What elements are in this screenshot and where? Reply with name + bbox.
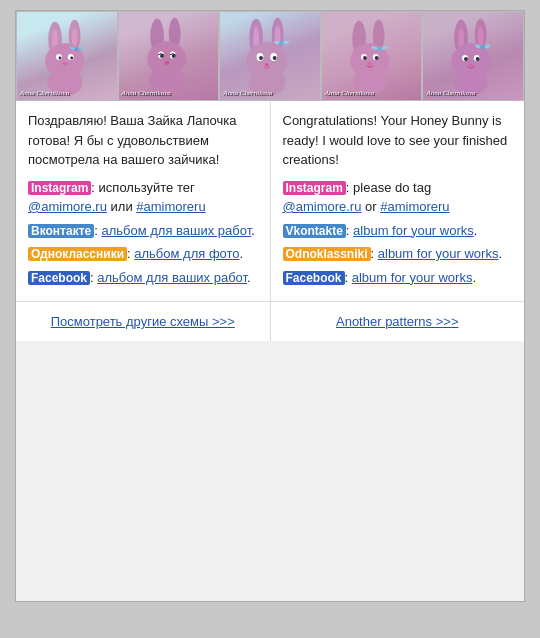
- vkontakte-badge-right: Vkontakte: [283, 224, 346, 238]
- left-vkontakte-line: Вконтакте: альбом для ваших работ.: [28, 221, 258, 241]
- svg-point-52: [476, 57, 480, 61]
- right-odnoklassniki-line: Odnoklassniki: album for your works.: [283, 244, 513, 264]
- image-label-3: Anna Chernikova: [223, 89, 272, 97]
- right-vkontakte-line: Vkontakte: album for your works.: [283, 221, 513, 241]
- left-vkontakte-link[interactable]: альбом для ваших работ: [101, 223, 251, 238]
- svg-point-31: [265, 63, 269, 66]
- vkontakte-badge-left: Вконтакте: [28, 224, 94, 238]
- svg-point-10: [63, 62, 67, 65]
- svg-point-11: [75, 47, 79, 51]
- instagram-badge-right: Instagram: [283, 181, 346, 195]
- svg-point-40: [375, 56, 379, 60]
- left-intro: Поздравляю! Ваша Зайка Лапочка готова! Я…: [28, 111, 258, 170]
- left-instagram-line: Instagram: используйте тег @amimore.ru и…: [28, 178, 258, 217]
- right-odnoklassniki-text: :: [371, 246, 378, 261]
- images-row: Anna Chernikova Anna Chernikova: [16, 11, 524, 101]
- left-facebook-link[interactable]: альбом для ваших работ: [97, 270, 247, 285]
- bunny-image-5: Anna Chernikova: [422, 11, 524, 101]
- right-facebook-text: :: [345, 270, 352, 285]
- right-instagram-link2[interactable]: #amimoreru: [380, 199, 449, 214]
- svg-point-32: [279, 41, 284, 46]
- bunny-image-3: Anna Chernikova: [219, 11, 321, 101]
- svg-point-29: [259, 56, 263, 60]
- svg-point-20: [164, 61, 169, 65]
- right-facebook-line: Facebook: album for your works.: [283, 268, 513, 288]
- svg-point-30: [273, 56, 277, 60]
- facebook-badge-left: Facebook: [28, 271, 90, 285]
- left-instagram-link1[interactable]: @amimore.ru: [28, 199, 107, 214]
- see-more-left: Посмотреть другие схемы >>>: [16, 302, 271, 341]
- svg-point-9: [70, 56, 73, 59]
- svg-point-53: [469, 63, 473, 66]
- right-vkontakte-link[interactable]: album for your works: [353, 223, 474, 238]
- see-more-right-link[interactable]: Another patterns >>>: [336, 314, 459, 329]
- right-instagram-line: Instagram: please do tag @amimore.ru or …: [283, 178, 513, 217]
- instagram-badge-left: Instagram: [28, 181, 91, 195]
- svg-point-8: [58, 56, 61, 59]
- left-instagram-link2[interactable]: #amimoreru: [136, 199, 205, 214]
- right-instagram-or: or: [361, 199, 380, 214]
- odnoklassniki-badge-right: Odnoklassniki: [283, 247, 371, 261]
- image-label-1: Anna Chernikova: [20, 89, 69, 97]
- right-odnoklassniki-link[interactable]: album for your works: [378, 246, 499, 261]
- image-label-5: Anna Chernikova: [426, 89, 475, 97]
- svg-point-54: [481, 45, 486, 50]
- left-column: Поздравляю! Ваша Зайка Лапочка готова! Я…: [16, 101, 271, 301]
- left-instagram-text: : используйте тег: [91, 180, 194, 195]
- see-more-row: Посмотреть другие схемы >>> Another patt…: [16, 301, 524, 341]
- svg-point-41: [368, 62, 372, 65]
- left-odnoklassniki-line: Одноклассники: альбом для фото.: [28, 244, 258, 264]
- bunny-image-2: Anna Chernikova: [118, 11, 220, 101]
- bunny-image-4: Anna Chernikova: [321, 11, 423, 101]
- image-label-2: Anna Chernikova: [122, 89, 171, 97]
- left-odnoklassniki-link[interactable]: альбом для фото: [134, 246, 239, 261]
- right-facebook-link[interactable]: album for your works: [352, 270, 473, 285]
- image-label-4: Anna Chernikova: [325, 89, 374, 97]
- odnoklassniki-badge-left: Одноклассники: [28, 247, 127, 261]
- right-instagram-link1[interactable]: @amimore.ru: [283, 199, 362, 214]
- content-area: Поздравляю! Ваша Зайка Лапочка готова! Я…: [16, 101, 524, 301]
- see-more-right: Another patterns >>>: [271, 302, 525, 341]
- right-vkontakte-text: :: [346, 223, 353, 238]
- right-intro: Congratulations! Your Honey Bunny is rea…: [283, 111, 513, 170]
- left-facebook-line: Facebook: альбом для ваших работ.: [28, 268, 258, 288]
- right-column: Congratulations! Your Honey Bunny is rea…: [271, 101, 525, 301]
- right-instagram-text: : please do tag: [346, 180, 431, 195]
- see-more-left-link[interactable]: Посмотреть другие схемы >>>: [51, 314, 235, 329]
- svg-point-39: [363, 56, 367, 60]
- bottom-area: [16, 341, 524, 601]
- svg-point-42: [377, 47, 382, 52]
- left-instagram-or: или: [107, 199, 136, 214]
- main-container: Anna Chernikova Anna Chernikova: [15, 10, 525, 602]
- svg-point-3: [72, 28, 78, 48]
- bunny-image-1: Anna Chernikova: [16, 11, 118, 101]
- facebook-badge-right: Facebook: [283, 271, 345, 285]
- svg-point-46: [478, 27, 484, 47]
- svg-point-51: [464, 57, 468, 61]
